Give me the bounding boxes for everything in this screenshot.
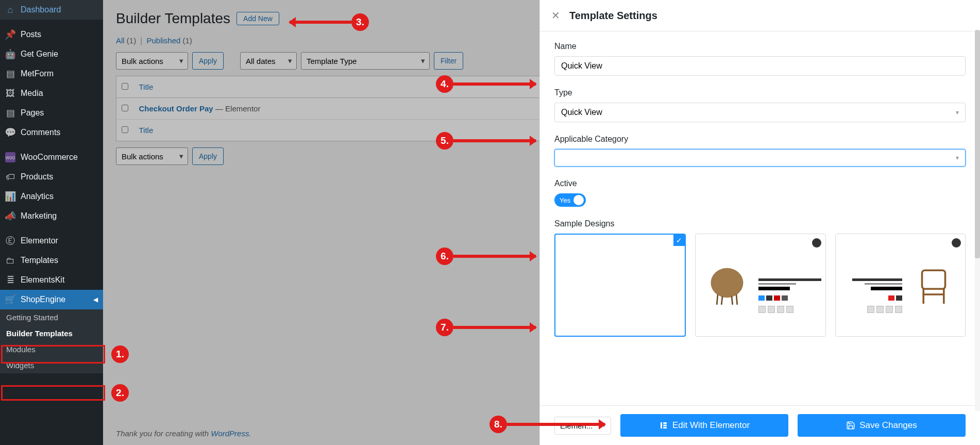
chair-icon (704, 262, 750, 308)
tf-title[interactable]: Title (134, 120, 571, 141)
row-editor-suffix: — Elementor (213, 104, 261, 113)
sidebar-sub-builder-templates[interactable]: Builder Templates (0, 325, 103, 341)
sidebar-label: Posts (21, 30, 41, 39)
status-published-count: (1) (183, 36, 192, 45)
row-title-link[interactable]: Checkout Order Pay (139, 104, 213, 113)
chair-icon (910, 262, 957, 308)
edit-with-elementor-button[interactable]: Edit With Elementor (620, 414, 788, 437)
sidebar-item-products[interactable]: 🏷Products (0, 167, 103, 187)
check-icon: ✓ (673, 235, 685, 246)
sidebar-item-getgenie[interactable]: 🤖Get Genie (0, 44, 103, 64)
design-card-blank[interactable]: ✓ (554, 234, 686, 337)
type-filter-select[interactable]: Template Type (301, 52, 430, 70)
apply-bulk-button[interactable]: Apply (192, 52, 224, 70)
sidebar-item-comments[interactable]: 💬Comments (0, 123, 103, 142)
sidebar-label: Get Genie (21, 50, 58, 59)
save-changes-button[interactable]: Save Changes (798, 414, 966, 437)
scrollbar-thumb[interactable] (975, 30, 980, 258)
chevron-down-icon: ▾ (956, 154, 959, 161)
filter-button[interactable]: Filter (434, 52, 463, 70)
type-select[interactable]: Quick View▾ (554, 103, 966, 122)
sidebar-submenu: Getting Started Builder Templates Module… (0, 309, 103, 373)
footer-note: Thank you for creating with WordPress. (116, 429, 251, 438)
editor-select-value: Elemen... (560, 421, 593, 430)
sidebar-item-media[interactable]: 🖼Media (0, 84, 103, 103)
sidebar-label: ShopEngine (21, 295, 65, 304)
designs-label: Sample Designs (554, 219, 966, 228)
panel-title: Template Settings (569, 10, 657, 22)
sidebar-item-dashboard[interactable]: ⌂Dashboard (0, 0, 103, 20)
status-all-link[interactable]: All (116, 36, 125, 45)
svg-point-0 (711, 268, 744, 298)
sidebar-item-elementskit[interactable]: ≣ElementsKit (0, 270, 103, 290)
svg-rect-3 (663, 422, 667, 424)
sidebar-label: Analytics (21, 192, 54, 201)
bulk-actions-select[interactable]: Bulk actions (116, 52, 188, 70)
sidebar-label: Marketing (21, 211, 57, 221)
design-thumb (840, 238, 961, 332)
panel-body: Name Type Quick View▾ Applicable Categor… (540, 31, 980, 405)
sidebar-label: Templates (21, 256, 58, 265)
th-title[interactable]: Title (134, 76, 571, 98)
svg-rect-1 (922, 270, 945, 289)
active-toggle[interactable]: Yes (554, 193, 586, 207)
category-select[interactable]: ▾ (554, 149, 966, 167)
sidebar-item-pages[interactable]: ▤Pages (0, 103, 103, 123)
sidebar-sub-modules[interactable]: Modules (0, 341, 103, 357)
status-sep: | (140, 36, 142, 45)
sidebar-label: Media (21, 89, 43, 98)
status-published-link[interactable]: Published (146, 36, 180, 45)
elementskit-icon: ≣ (5, 275, 15, 285)
panel-scrollbar[interactable] (975, 30, 980, 411)
app-wrap: ⌂Dashboard 📌Posts 🤖Get Genie ▤MetForm 🖼M… (0, 0, 980, 445)
svg-rect-2 (661, 422, 662, 428)
shopengine-icon: 🛒 (5, 294, 15, 305)
chevron-down-icon: ▾ (956, 109, 959, 116)
sidebar-label: Comments (21, 128, 60, 137)
date-filter-select[interactable]: All dates (240, 52, 297, 70)
template-settings-panel: ✕ Template Settings Name Type Quick View… (539, 0, 980, 445)
editor-select[interactable]: Elemen...▾ (554, 417, 611, 435)
sidebar-label: Elementor (21, 236, 58, 245)
sidebar-item-metform[interactable]: ▤MetForm (0, 64, 103, 84)
sidebar-sub-widgets[interactable]: Widgets (0, 357, 103, 373)
select-all-checkbox-bottom[interactable] (122, 126, 128, 133)
sidebar-item-elementor[interactable]: ⒺElementor (0, 231, 103, 251)
sidebar-item-posts[interactable]: 📌Posts (0, 25, 103, 44)
sidebar-item-shopengine[interactable]: 🛒ShopEngine◀ (0, 290, 103, 309)
add-new-button[interactable]: Add New (236, 12, 279, 25)
apply-bulk-button-bottom[interactable]: Apply (192, 147, 224, 165)
sidebar-item-woocommerce[interactable]: wooWooCommerce (0, 147, 103, 167)
toggle-knob (573, 195, 584, 205)
dashboard-icon: ⌂ (5, 5, 15, 15)
name-input[interactable] (554, 56, 966, 76)
wordpress-link[interactable]: WordPress (211, 429, 249, 438)
panel-footer: Elemen...▾ Edit With Elementor Save Chan… (540, 405, 980, 445)
sidebar-item-templates[interactable]: 🗀Templates (0, 251, 103, 270)
sidebar-label: WooCommerce (21, 153, 78, 162)
bulk-actions-select-bottom[interactable]: Bulk actions (116, 147, 188, 165)
name-label: Name (554, 42, 966, 51)
sidebar-item-marketing[interactable]: 📣Marketing (0, 206, 103, 226)
chevron-down-icon: ▾ (602, 422, 605, 429)
footer-text: Thank you for creating with (116, 429, 211, 438)
sidebar-sub-getting-started[interactable]: Getting Started (0, 309, 103, 325)
sidebar-item-analytics[interactable]: 📊Analytics (0, 187, 103, 206)
save-btn-label: Save Changes (859, 420, 917, 431)
row-checkbox[interactable] (122, 105, 128, 111)
form-icon: ▤ (5, 69, 15, 79)
th-checkbox (116, 76, 134, 98)
pages-icon: ▤ (5, 108, 15, 118)
design-card-2[interactable] (695, 234, 825, 337)
design-thumb (700, 238, 821, 332)
media-icon: 🖼 (5, 88, 15, 98)
admin-sidebar: ⌂Dashboard 📌Posts 🤖Get Genie ▤MetForm 🖼M… (0, 0, 103, 445)
design-card-3[interactable] (835, 234, 966, 337)
elementor-icon (659, 421, 668, 430)
pin-icon: 📌 (5, 29, 15, 40)
close-icon[interactable]: ✕ (551, 9, 560, 22)
edit-btn-label: Edit With Elementor (672, 420, 750, 431)
products-icon: 🏷 (5, 172, 15, 182)
analytics-icon: 📊 (5, 191, 15, 202)
select-all-checkbox[interactable] (122, 83, 128, 90)
